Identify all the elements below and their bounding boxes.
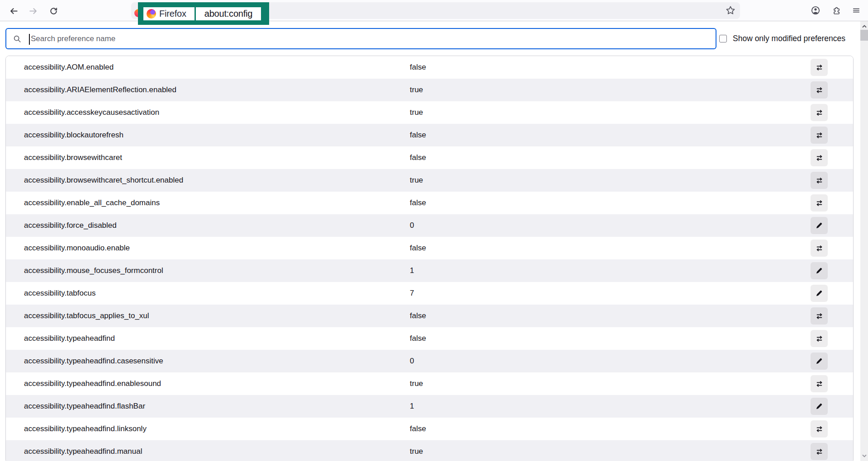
firefox-logo-icon bbox=[147, 9, 156, 19]
back-arrow-icon bbox=[9, 7, 18, 15]
pref-name: accessibility.typeaheadfind.flashBar bbox=[6, 402, 410, 411]
pref-row: accessibility.monoaudio.enable false bbox=[6, 237, 853, 259]
toggle-button[interactable] bbox=[811, 104, 828, 121]
url-text-chip: about:config bbox=[196, 7, 261, 20]
pref-value: true bbox=[410, 108, 811, 117]
pref-value: true bbox=[410, 379, 811, 388]
pref-row: accessibility.typeaheadfind.linksonly fa… bbox=[6, 418, 853, 440]
pref-name: accessibility.typeaheadfind.casesensitiv… bbox=[6, 357, 410, 366]
pref-name: accessibility.AOM.enabled bbox=[6, 63, 410, 72]
pref-row: accessibility.enable_all_cache_domains f… bbox=[6, 192, 853, 214]
pref-name: accessibility.accesskeycausesactivation bbox=[6, 108, 410, 117]
toggle-arrows-icon bbox=[816, 64, 823, 71]
pref-value: false bbox=[410, 424, 811, 433]
pref-value: 1 bbox=[410, 266, 811, 275]
pref-name: accessibility.browsewithcaret bbox=[6, 153, 410, 162]
pref-value: false bbox=[410, 63, 811, 72]
pref-value: true bbox=[410, 176, 811, 185]
preferences-table: accessibility.AOM.enabled false accessib… bbox=[5, 56, 854, 461]
forward-button[interactable] bbox=[25, 3, 41, 19]
pref-name: accessibility.typeaheadfind.linksonly bbox=[6, 424, 410, 433]
edit-button[interactable] bbox=[811, 262, 828, 279]
toggle-button[interactable] bbox=[811, 240, 828, 257]
toggle-button[interactable] bbox=[811, 330, 828, 347]
search-box bbox=[5, 28, 716, 49]
toggle-arrows-icon bbox=[816, 86, 823, 94]
pref-row: accessibility.typeaheadfind.enablesound … bbox=[6, 372, 853, 395]
toggle-button[interactable] bbox=[811, 194, 828, 212]
pref-value: 0 bbox=[410, 221, 811, 230]
pref-value: false bbox=[410, 311, 811, 320]
vertical-scrollbar[interactable] bbox=[860, 21, 868, 461]
pref-name: accessibility.enable_all_cache_domains bbox=[6, 198, 410, 207]
toggle-button[interactable] bbox=[811, 127, 828, 144]
pref-row: accessibility.accesskeycausesactivation … bbox=[6, 101, 853, 124]
chevron-down-icon bbox=[862, 453, 867, 458]
toggle-arrows-icon bbox=[816, 109, 823, 117]
pref-row: accessibility.typeaheadfind.casesensitiv… bbox=[6, 350, 853, 372]
toggle-button[interactable] bbox=[811, 307, 828, 325]
pref-name: accessibility.blockautorefresh bbox=[6, 131, 410, 140]
annotation-highlight: Firefox about:config bbox=[138, 2, 269, 25]
pencil-icon bbox=[816, 267, 823, 274]
pref-row: accessibility.blockautorefresh false bbox=[6, 124, 853, 146]
extensions-button[interactable] bbox=[829, 3, 844, 18]
pref-row: accessibility.force_disabled 0 bbox=[6, 214, 853, 237]
bookmark-star-icon[interactable] bbox=[726, 5, 735, 15]
toggle-button[interactable] bbox=[811, 420, 828, 437]
toggle-button[interactable] bbox=[811, 81, 828, 99]
account-icon bbox=[811, 6, 820, 15]
site-identity-chip: Firefox bbox=[143, 7, 194, 20]
pref-value: 7 bbox=[410, 289, 811, 298]
pencil-icon bbox=[816, 222, 823, 229]
scrollbar-thumb[interactable] bbox=[860, 30, 868, 41]
toggle-button[interactable] bbox=[811, 172, 828, 189]
pref-value: false bbox=[410, 334, 811, 343]
text-caret bbox=[29, 34, 30, 45]
pref-name: accessibility.typeaheadfind.enablesound bbox=[6, 379, 410, 388]
menu-button[interactable] bbox=[849, 3, 864, 18]
toggle-arrows-icon bbox=[816, 425, 823, 433]
pref-row: accessibility.AOM.enabled false bbox=[6, 56, 853, 79]
toggle-arrows-icon bbox=[816, 154, 823, 162]
search-input[interactable] bbox=[31, 29, 709, 48]
pref-name: accessibility.ARIAElementReflection.enab… bbox=[6, 85, 410, 94]
pref-value: false bbox=[410, 153, 811, 162]
toggle-button[interactable] bbox=[811, 375, 828, 392]
modified-checkbox-label[interactable]: Show only modified preferences bbox=[733, 33, 845, 43]
firefox-about-config-page: Firefox about:config Show only modified … bbox=[0, 0, 868, 461]
back-button[interactable] bbox=[6, 3, 21, 19]
browser-toolbar bbox=[0, 0, 868, 21]
hamburger-menu-icon bbox=[852, 6, 860, 14]
pref-value: false bbox=[410, 198, 811, 207]
edit-button[interactable] bbox=[811, 217, 828, 234]
pref-name: accessibility.mouse_focuses_formcontrol bbox=[6, 266, 410, 275]
pref-name: accessibility.tabfocus bbox=[6, 289, 410, 298]
url-text: about:config bbox=[204, 9, 253, 19]
scroll-down-button[interactable] bbox=[860, 452, 868, 460]
pref-name: accessibility.force_disabled bbox=[6, 221, 410, 230]
edit-button[interactable] bbox=[811, 398, 828, 415]
forward-arrow-icon bbox=[29, 7, 38, 15]
edit-button[interactable] bbox=[811, 353, 828, 370]
reload-button[interactable] bbox=[46, 3, 61, 19]
reload-icon bbox=[49, 7, 58, 15]
toggle-arrows-icon bbox=[816, 177, 823, 184]
toggle-button[interactable] bbox=[811, 59, 828, 76]
modified-checkbox[interactable] bbox=[719, 35, 727, 42]
pencil-icon bbox=[816, 290, 823, 297]
pref-value: false bbox=[410, 244, 811, 253]
pencil-icon bbox=[816, 403, 823, 410]
modified-filter[interactable]: Show only modified preferences bbox=[719, 33, 845, 43]
pref-value: 0 bbox=[410, 357, 811, 366]
scroll-up-button[interactable] bbox=[860, 22, 868, 30]
toggle-button[interactable] bbox=[811, 149, 828, 166]
account-button[interactable] bbox=[808, 3, 823, 18]
toggle-button[interactable] bbox=[811, 443, 828, 460]
toggle-arrows-icon bbox=[816, 199, 823, 207]
pref-row: accessibility.tabfocus 7 bbox=[6, 282, 853, 305]
pref-row: accessibility.typeaheadfind.manual true bbox=[6, 440, 853, 461]
pref-name: accessibility.tabfocus_applies_to_xul bbox=[6, 311, 410, 320]
toggle-arrows-icon bbox=[816, 448, 823, 456]
edit-button[interactable] bbox=[811, 285, 828, 302]
